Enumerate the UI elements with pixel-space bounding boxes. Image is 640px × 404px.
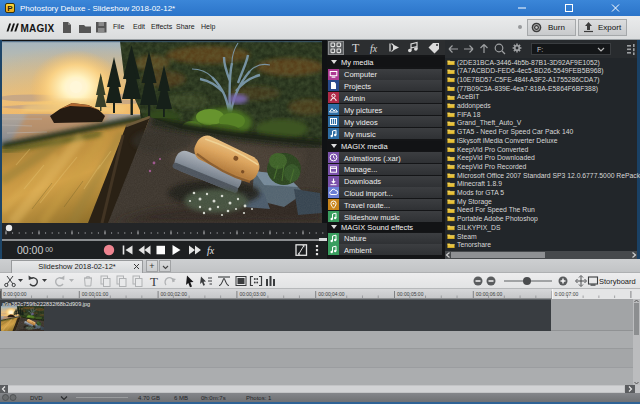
svg-text:T: T xyxy=(352,41,360,55)
svg-text:T: T xyxy=(150,274,158,289)
svg-text:0:00:00:00: 0:00:00:00 xyxy=(3,291,27,297)
svg-text:MAGIX: MAGIX xyxy=(21,23,55,34)
svg-text:00:00:06:00: 00:00:06:00 xyxy=(476,291,503,297)
svg-text:00:00:03:00: 00:00:03:00 xyxy=(239,291,266,297)
svg-text:0:00:07:00: 0:00:07:00 xyxy=(555,291,579,297)
svg-text:00:00:04:00: 00:00:04:00 xyxy=(318,291,345,297)
svg-text:00:00:01:00: 00:00:01:00 xyxy=(82,291,109,297)
svg-text:fx: fx xyxy=(207,245,215,256)
svg-text:00:00:02:00: 00:00:02:00 xyxy=(161,291,188,297)
svg-text:00:00:05:00: 00:00:05:00 xyxy=(397,291,424,297)
svg-text:fx: fx xyxy=(370,43,378,54)
